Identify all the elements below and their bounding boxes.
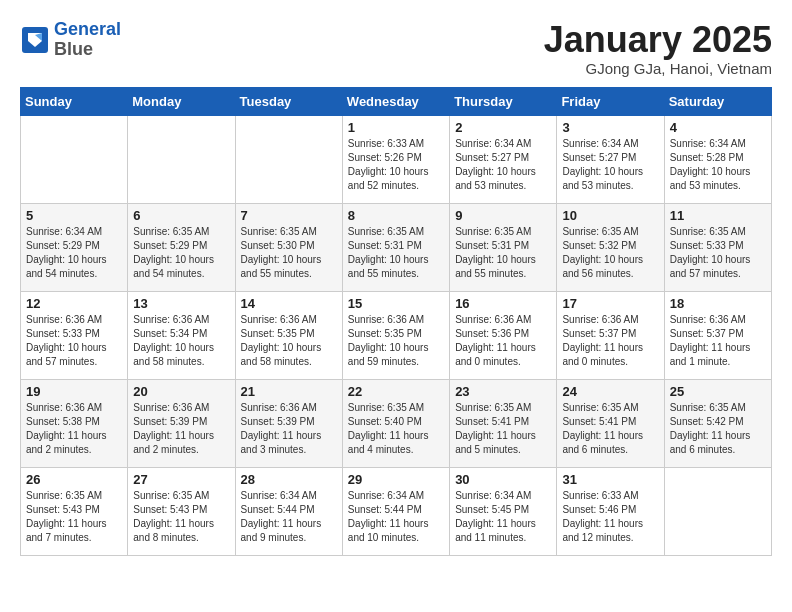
day-info: Sunrise: 6:35 AM Sunset: 5:43 PM Dayligh… <box>133 489 229 545</box>
day-info: Sunrise: 6:35 AM Sunset: 5:32 PM Dayligh… <box>562 225 658 281</box>
day-number: 25 <box>670 384 766 399</box>
day-info: Sunrise: 6:34 AM Sunset: 5:27 PM Dayligh… <box>455 137 551 193</box>
day-number: 1 <box>348 120 444 135</box>
day-info: Sunrise: 6:36 AM Sunset: 5:39 PM Dayligh… <box>241 401 337 457</box>
day-info: Sunrise: 6:35 AM Sunset: 5:33 PM Dayligh… <box>670 225 766 281</box>
calendar-cell: 31Sunrise: 6:33 AM Sunset: 5:46 PM Dayli… <box>557 467 664 555</box>
calendar-table: SundayMondayTuesdayWednesdayThursdayFrid… <box>20 87 772 556</box>
day-info: Sunrise: 6:36 AM Sunset: 5:36 PM Dayligh… <box>455 313 551 369</box>
day-number: 10 <box>562 208 658 223</box>
day-number: 2 <box>455 120 551 135</box>
day-number: 29 <box>348 472 444 487</box>
day-info: Sunrise: 6:35 AM Sunset: 5:41 PM Dayligh… <box>562 401 658 457</box>
calendar-subtitle: GJong GJa, Hanoi, Vietnam <box>544 60 772 77</box>
calendar-cell: 1Sunrise: 6:33 AM Sunset: 5:26 PM Daylig… <box>342 115 449 203</box>
calendar-cell: 14Sunrise: 6:36 AM Sunset: 5:35 PM Dayli… <box>235 291 342 379</box>
day-number: 8 <box>348 208 444 223</box>
day-number: 14 <box>241 296 337 311</box>
calendar-cell: 2Sunrise: 6:34 AM Sunset: 5:27 PM Daylig… <box>450 115 557 203</box>
calendar-cell: 13Sunrise: 6:36 AM Sunset: 5:34 PM Dayli… <box>128 291 235 379</box>
day-info: Sunrise: 6:34 AM Sunset: 5:27 PM Dayligh… <box>562 137 658 193</box>
day-info: Sunrise: 6:36 AM Sunset: 5:34 PM Dayligh… <box>133 313 229 369</box>
logo: General Blue <box>20 20 121 60</box>
day-info: Sunrise: 6:33 AM Sunset: 5:26 PM Dayligh… <box>348 137 444 193</box>
day-info: Sunrise: 6:34 AM Sunset: 5:44 PM Dayligh… <box>348 489 444 545</box>
weekday-header-wednesday: Wednesday <box>342 87 449 115</box>
day-info: Sunrise: 6:35 AM Sunset: 5:40 PM Dayligh… <box>348 401 444 457</box>
day-number: 31 <box>562 472 658 487</box>
day-info: Sunrise: 6:35 AM Sunset: 5:41 PM Dayligh… <box>455 401 551 457</box>
calendar-cell: 22Sunrise: 6:35 AM Sunset: 5:40 PM Dayli… <box>342 379 449 467</box>
weekday-header-sunday: Sunday <box>21 87 128 115</box>
title-block: January 2025 GJong GJa, Hanoi, Vietnam <box>544 20 772 77</box>
logo-icon <box>20 25 50 55</box>
day-info: Sunrise: 6:35 AM Sunset: 5:42 PM Dayligh… <box>670 401 766 457</box>
calendar-cell: 11Sunrise: 6:35 AM Sunset: 5:33 PM Dayli… <box>664 203 771 291</box>
day-number: 17 <box>562 296 658 311</box>
day-number: 30 <box>455 472 551 487</box>
day-number: 26 <box>26 472 122 487</box>
calendar-cell: 28Sunrise: 6:34 AM Sunset: 5:44 PM Dayli… <box>235 467 342 555</box>
calendar-cell: 7Sunrise: 6:35 AM Sunset: 5:30 PM Daylig… <box>235 203 342 291</box>
weekday-header-saturday: Saturday <box>664 87 771 115</box>
day-number: 16 <box>455 296 551 311</box>
weekday-header-thursday: Thursday <box>450 87 557 115</box>
day-info: Sunrise: 6:34 AM Sunset: 5:44 PM Dayligh… <box>241 489 337 545</box>
calendar-cell <box>21 115 128 203</box>
day-info: Sunrise: 6:36 AM Sunset: 5:39 PM Dayligh… <box>133 401 229 457</box>
calendar-cell: 26Sunrise: 6:35 AM Sunset: 5:43 PM Dayli… <box>21 467 128 555</box>
page-header: General Blue January 2025 GJong GJa, Han… <box>20 20 772 77</box>
day-number: 15 <box>348 296 444 311</box>
calendar-cell: 18Sunrise: 6:36 AM Sunset: 5:37 PM Dayli… <box>664 291 771 379</box>
day-info: Sunrise: 6:35 AM Sunset: 5:31 PM Dayligh… <box>348 225 444 281</box>
day-number: 24 <box>562 384 658 399</box>
day-info: Sunrise: 6:35 AM Sunset: 5:29 PM Dayligh… <box>133 225 229 281</box>
calendar-title: January 2025 <box>544 20 772 60</box>
day-info: Sunrise: 6:35 AM Sunset: 5:43 PM Dayligh… <box>26 489 122 545</box>
day-number: 12 <box>26 296 122 311</box>
day-number: 9 <box>455 208 551 223</box>
calendar-cell <box>664 467 771 555</box>
day-info: Sunrise: 6:34 AM Sunset: 5:29 PM Dayligh… <box>26 225 122 281</box>
week-row-5: 26Sunrise: 6:35 AM Sunset: 5:43 PM Dayli… <box>21 467 772 555</box>
day-number: 7 <box>241 208 337 223</box>
weekday-header-tuesday: Tuesday <box>235 87 342 115</box>
day-info: Sunrise: 6:33 AM Sunset: 5:46 PM Dayligh… <box>562 489 658 545</box>
calendar-cell: 17Sunrise: 6:36 AM Sunset: 5:37 PM Dayli… <box>557 291 664 379</box>
day-number: 18 <box>670 296 766 311</box>
day-info: Sunrise: 6:36 AM Sunset: 5:33 PM Dayligh… <box>26 313 122 369</box>
day-info: Sunrise: 6:34 AM Sunset: 5:45 PM Dayligh… <box>455 489 551 545</box>
day-info: Sunrise: 6:36 AM Sunset: 5:35 PM Dayligh… <box>348 313 444 369</box>
day-info: Sunrise: 6:35 AM Sunset: 5:30 PM Dayligh… <box>241 225 337 281</box>
calendar-cell: 8Sunrise: 6:35 AM Sunset: 5:31 PM Daylig… <box>342 203 449 291</box>
calendar-cell: 6Sunrise: 6:35 AM Sunset: 5:29 PM Daylig… <box>128 203 235 291</box>
day-info: Sunrise: 6:36 AM Sunset: 5:35 PM Dayligh… <box>241 313 337 369</box>
day-number: 11 <box>670 208 766 223</box>
day-number: 4 <box>670 120 766 135</box>
calendar-cell: 15Sunrise: 6:36 AM Sunset: 5:35 PM Dayli… <box>342 291 449 379</box>
calendar-cell: 25Sunrise: 6:35 AM Sunset: 5:42 PM Dayli… <box>664 379 771 467</box>
week-row-2: 5Sunrise: 6:34 AM Sunset: 5:29 PM Daylig… <box>21 203 772 291</box>
logo-line1: General <box>54 19 121 39</box>
day-number: 23 <box>455 384 551 399</box>
logo-line2: Blue <box>54 39 93 59</box>
calendar-cell: 20Sunrise: 6:36 AM Sunset: 5:39 PM Dayli… <box>128 379 235 467</box>
calendar-cell: 3Sunrise: 6:34 AM Sunset: 5:27 PM Daylig… <box>557 115 664 203</box>
day-info: Sunrise: 6:35 AM Sunset: 5:31 PM Dayligh… <box>455 225 551 281</box>
weekday-header-row: SundayMondayTuesdayWednesdayThursdayFrid… <box>21 87 772 115</box>
calendar-cell: 23Sunrise: 6:35 AM Sunset: 5:41 PM Dayli… <box>450 379 557 467</box>
calendar-cell <box>128 115 235 203</box>
calendar-cell: 29Sunrise: 6:34 AM Sunset: 5:44 PM Dayli… <box>342 467 449 555</box>
calendar-cell: 4Sunrise: 6:34 AM Sunset: 5:28 PM Daylig… <box>664 115 771 203</box>
day-number: 13 <box>133 296 229 311</box>
calendar-cell: 24Sunrise: 6:35 AM Sunset: 5:41 PM Dayli… <box>557 379 664 467</box>
calendar-cell: 27Sunrise: 6:35 AM Sunset: 5:43 PM Dayli… <box>128 467 235 555</box>
day-number: 19 <box>26 384 122 399</box>
logo-text: General Blue <box>54 20 121 60</box>
calendar-cell: 12Sunrise: 6:36 AM Sunset: 5:33 PM Dayli… <box>21 291 128 379</box>
calendar-cell: 5Sunrise: 6:34 AM Sunset: 5:29 PM Daylig… <box>21 203 128 291</box>
weekday-header-friday: Friday <box>557 87 664 115</box>
day-info: Sunrise: 6:34 AM Sunset: 5:28 PM Dayligh… <box>670 137 766 193</box>
weekday-header-monday: Monday <box>128 87 235 115</box>
week-row-3: 12Sunrise: 6:36 AM Sunset: 5:33 PM Dayli… <box>21 291 772 379</box>
